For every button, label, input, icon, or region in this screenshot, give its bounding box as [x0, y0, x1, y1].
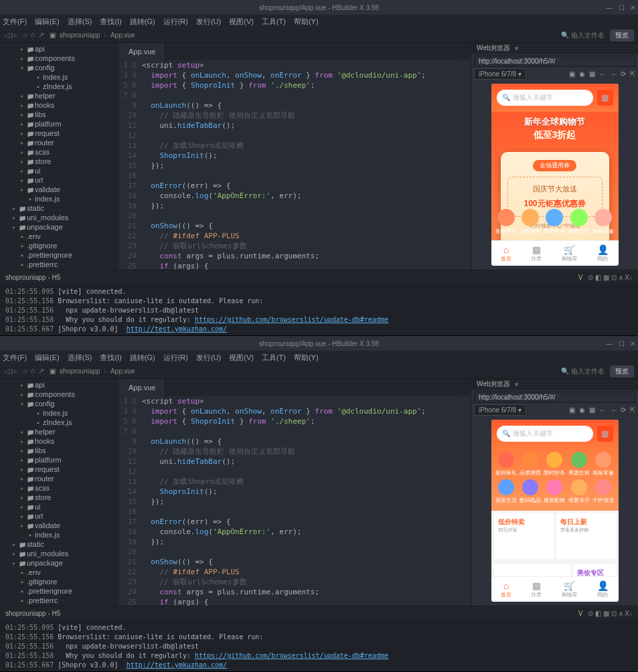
- folder-item[interactable]: ▸libs: [0, 446, 119, 455]
- forward-icon[interactable]: →: [610, 406, 617, 414]
- category-item[interactable]: 限时秒杀: [544, 209, 565, 235]
- file-item[interactable]: ▪.prettierrc: [0, 260, 119, 269]
- menu-item[interactable]: 帮助(Y): [294, 353, 319, 363]
- tabbar-item[interactable]: ▦分类: [531, 580, 542, 598]
- tabbar-item[interactable]: ⌂首页: [501, 244, 511, 262]
- menu-item[interactable]: 文件(F): [3, 353, 27, 363]
- folder-item[interactable]: ▸ui: [0, 502, 119, 511]
- promo-card[interactable]: 低价特卖 30元封顶: [494, 513, 554, 559]
- refresh-icon[interactable]: ⟳: [621, 406, 626, 414]
- devtools-icon[interactable]: ▦: [589, 406, 595, 414]
- file-search[interactable]: 🔍 输入文件名: [561, 31, 605, 40]
- folder-item[interactable]: ▸request: [0, 465, 119, 474]
- menu-item[interactable]: 发行(U): [196, 17, 221, 27]
- url-bar[interactable]: http://localhost:3000/h5/#/: [474, 392, 635, 403]
- folder-item[interactable]: ▸platform: [0, 455, 119, 465]
- minimap[interactable]: [457, 60, 471, 270]
- menu-item[interactable]: 视图(V): [229, 17, 254, 27]
- file-item[interactable]: ▪index.js: [0, 194, 119, 203]
- folder-item[interactable]: ▸scss: [0, 483, 119, 493]
- preview-button[interactable]: 预览: [610, 365, 634, 377]
- folder-item[interactable]: ▸scss: [0, 147, 119, 157]
- menu-item[interactable]: 编辑(E): [35, 353, 60, 363]
- folder-item[interactable]: ▸components: [0, 54, 119, 63]
- menu-item[interactable]: 视图(V): [229, 353, 254, 363]
- folder-item[interactable]: ▸ui: [0, 166, 119, 175]
- promo-card[interactable]: 每日上新 查看更多好物: [556, 513, 616, 559]
- file-item[interactable]: ▪index.js: [0, 408, 119, 418]
- preview-tab[interactable]: Web浏览器×: [471, 379, 638, 390]
- folder-item[interactable]: ▸router: [0, 474, 119, 483]
- device-select[interactable]: iPhone 6/7/8 ▾: [474, 68, 526, 80]
- preview-button[interactable]: 预览: [610, 29, 634, 41]
- breadcrumb-root[interactable]: shoprouniapp: [60, 367, 100, 375]
- refresh-icon[interactable]: ⟳: [621, 70, 626, 78]
- scan-icon[interactable]: ▦: [597, 426, 613, 442]
- editor-tab[interactable]: App.vue: [119, 43, 165, 60]
- tabbar-item[interactable]: 🛒购物车: [562, 244, 578, 262]
- folder-item[interactable]: ▸api: [0, 44, 119, 54]
- folder-item[interactable]: ▸helper: [0, 91, 119, 100]
- file-item[interactable]: ▪.gitignore: [0, 577, 119, 586]
- editor-tab[interactable]: App.vue: [119, 379, 165, 396]
- breadcrumb-root[interactable]: shoprouniapp: [60, 31, 100, 39]
- folder-item[interactable]: ▸static: [0, 539, 119, 549]
- preview-tools[interactable]: ▣◉▦←→⟳⇱: [569, 70, 635, 78]
- window-controls[interactable]: — ☐ ✕: [606, 4, 635, 11]
- file-explorer[interactable]: ▸api▸components▾config▪index.js▪zIndex.j…: [0, 379, 119, 606]
- menu-item[interactable]: 工具(T): [262, 353, 286, 363]
- file-item[interactable]: ▪.prettierignore: [0, 586, 119, 596]
- folder-item[interactable]: ▸unpackage: [0, 222, 119, 232]
- menu-item[interactable]: 发行(U): [196, 353, 221, 363]
- folder-item[interactable]: ▸store: [0, 157, 119, 166]
- back-icon[interactable]: ←: [599, 70, 606, 78]
- folder-item[interactable]: ▸components: [0, 390, 119, 399]
- preview-tab[interactable]: Web浏览器×: [471, 43, 638, 54]
- folder-item[interactable]: ▸validate: [0, 521, 119, 530]
- minimap[interactable]: [457, 396, 471, 606]
- category-item[interactable]: 居家生活: [495, 479, 517, 504]
- category-item[interactable]: 签到有礼: [495, 452, 517, 477]
- menu-item[interactable]: 工具(T): [262, 17, 286, 27]
- menu-item[interactable]: 编辑(E): [35, 17, 60, 27]
- category-item[interactable]: 品质拼团: [520, 452, 541, 477]
- close-icon[interactable]: ×: [514, 381, 518, 388]
- screenshot-icon[interactable]: ▣: [569, 70, 575, 78]
- inspect-icon[interactable]: ◉: [579, 70, 585, 78]
- file-item[interactable]: ▪zIndex.js: [0, 418, 119, 427]
- shop-search-input[interactable]: 请输入关键字: [497, 90, 593, 106]
- category-item[interactable]: 美味零食: [592, 209, 614, 235]
- category-item[interactable]: 果蔬生鲜: [568, 209, 590, 235]
- breadcrumb-file[interactable]: App.vue: [110, 367, 135, 375]
- menu-item[interactable]: 选择(S): [68, 17, 92, 27]
- category-item[interactable]: 母婴亲子: [568, 479, 590, 504]
- devtools-icon[interactable]: ▦: [589, 70, 595, 78]
- file-item[interactable]: ▪index.js: [0, 530, 119, 539]
- file-item[interactable]: ▪.env: [0, 232, 119, 241]
- inspect-icon[interactable]: ◉: [579, 406, 585, 414]
- folder-item[interactable]: ▸request: [0, 129, 119, 138]
- scan-icon[interactable]: ▦: [597, 90, 613, 106]
- nav-arrows[interactable]: ◁ ▷ ○ ☆ ↗: [4, 31, 44, 39]
- file-item[interactable]: ▪.gitignore: [0, 241, 119, 250]
- phone-preview[interactable]: 请输入关键字 ▦ 新年全球购物节 低至3折起 全场通用券 国庆节大放送 100元…: [491, 84, 619, 266]
- window-controls[interactable]: — ☐ ✕: [606, 340, 635, 347]
- menu-item[interactable]: 查找(I): [100, 17, 121, 27]
- file-item[interactable]: ▪zIndex.js: [0, 82, 119, 91]
- folder-item[interactable]: ▾config: [0, 399, 119, 408]
- folder-item[interactable]: ▸uni_modules: [0, 549, 119, 558]
- shop-search-input[interactable]: 请输入关键字: [497, 426, 593, 442]
- file-item[interactable]: ▪.prettierignore: [0, 250, 119, 260]
- menu-item[interactable]: 查找(I): [100, 353, 121, 363]
- folder-item[interactable]: ▸hooks: [0, 436, 119, 446]
- open-icon[interactable]: ⇱: [630, 406, 635, 414]
- folder-item[interactable]: ▸store: [0, 493, 119, 502]
- file-item[interactable]: ▪.env: [0, 568, 119, 577]
- category-item[interactable]: 个护清洁: [592, 479, 614, 504]
- screenshot-icon[interactable]: ▣: [569, 406, 575, 414]
- phone-preview[interactable]: 请输入关键字 ▦ 签到有礼品质拼团限时秒杀果蔬生鲜美味零食 居家生活数码电品服装…: [491, 420, 619, 602]
- file-item[interactable]: ▪index.js: [0, 72, 119, 82]
- folder-item[interactable]: ▸unpackage: [0, 558, 119, 568]
- folder-item[interactable]: ▸platform: [0, 119, 119, 129]
- nav-arrows[interactable]: ◁ ▷ ○ ☆ ↗: [4, 367, 44, 375]
